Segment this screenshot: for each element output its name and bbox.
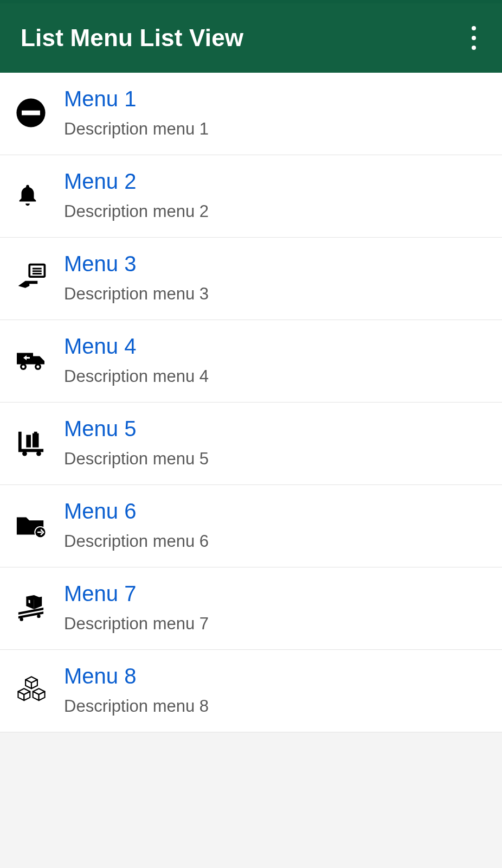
no-entry-icon xyxy=(15,97,64,129)
luggage-cart-icon xyxy=(15,429,64,457)
folder-arrow-icon xyxy=(15,512,64,538)
svg-rect-12 xyxy=(34,431,37,433)
kebab-dot xyxy=(472,46,476,50)
list-item-text: Menu 2 Description menu 2 xyxy=(64,169,487,221)
list-item-description: Description menu 4 xyxy=(64,366,487,386)
kebab-dot xyxy=(472,26,476,30)
list-item-description: Description menu 8 xyxy=(64,696,487,716)
list-item-title: Menu 4 xyxy=(64,334,487,359)
list-item-text: Menu 1 Description menu 1 xyxy=(64,86,487,139)
svg-point-9 xyxy=(36,365,39,368)
overflow-menu-button[interactable] xyxy=(463,22,485,54)
page-title: List Menu List View xyxy=(21,24,243,52)
svg-rect-1 xyxy=(22,110,40,115)
list-item-title: Menu 7 xyxy=(64,581,487,606)
app-bar: List Menu List View xyxy=(0,3,502,73)
svg-point-17 xyxy=(37,614,40,617)
list-item-description: Description menu 2 xyxy=(64,201,487,221)
list-item-text: Menu 8 Description menu 8 xyxy=(64,663,487,716)
kebab-dot xyxy=(472,36,476,40)
list-item-text: Menu 5 Description menu 5 xyxy=(64,416,487,469)
list-item-title: Menu 5 xyxy=(64,416,487,441)
list-item-description: Description menu 5 xyxy=(64,449,487,469)
list-item[interactable]: Menu 7 Description menu 7 xyxy=(0,567,502,650)
return-truck-icon xyxy=(15,347,64,373)
svg-point-16 xyxy=(20,617,23,621)
list-item-description: Description menu 6 xyxy=(64,531,487,551)
list-item[interactable]: Menu 2 Description menu 2 xyxy=(0,155,502,238)
pallet-box-icon xyxy=(15,593,64,622)
svg-point-14 xyxy=(36,451,41,456)
list-item-title: Menu 8 xyxy=(64,663,487,688)
cubes-icon xyxy=(15,675,64,705)
hand-list-icon xyxy=(15,261,64,294)
svg-point-7 xyxy=(22,365,24,368)
list-item-title: Menu 6 xyxy=(64,499,487,524)
list-item-description: Description menu 7 xyxy=(64,614,487,634)
list-item-title: Menu 1 xyxy=(64,86,487,111)
list-item-description: Description menu 1 xyxy=(64,119,487,139)
list-item-text: Menu 6 Description menu 6 xyxy=(64,499,487,551)
list-item[interactable]: Menu 4 Description menu 4 xyxy=(0,320,502,403)
list-item[interactable]: Menu 5 Description menu 5 xyxy=(0,403,502,485)
list-item[interactable]: Menu 3 Description menu 3 xyxy=(0,238,502,320)
svg-rect-10 xyxy=(26,435,31,447)
svg-rect-11 xyxy=(33,433,39,447)
list-item-title: Menu 3 xyxy=(64,251,487,276)
list-item[interactable]: Menu 8 Description menu 8 xyxy=(0,650,502,732)
bell-icon xyxy=(15,183,64,208)
list-item-text: Menu 4 Description menu 4 xyxy=(64,334,487,386)
list-item[interactable]: Menu 6 Description menu 6 xyxy=(0,485,502,567)
list-item-text: Menu 7 Description menu 7 xyxy=(64,581,487,634)
svg-point-13 xyxy=(22,451,27,456)
list-item-text: Menu 3 Description menu 3 xyxy=(64,251,487,304)
list-item-title: Menu 2 xyxy=(64,169,487,194)
list-item[interactable]: Menu 1 Description menu 1 xyxy=(0,73,502,155)
menu-list: Menu 1 Description menu 1 Menu 2 Descrip… xyxy=(0,73,502,732)
list-item-description: Description menu 3 xyxy=(64,284,487,304)
